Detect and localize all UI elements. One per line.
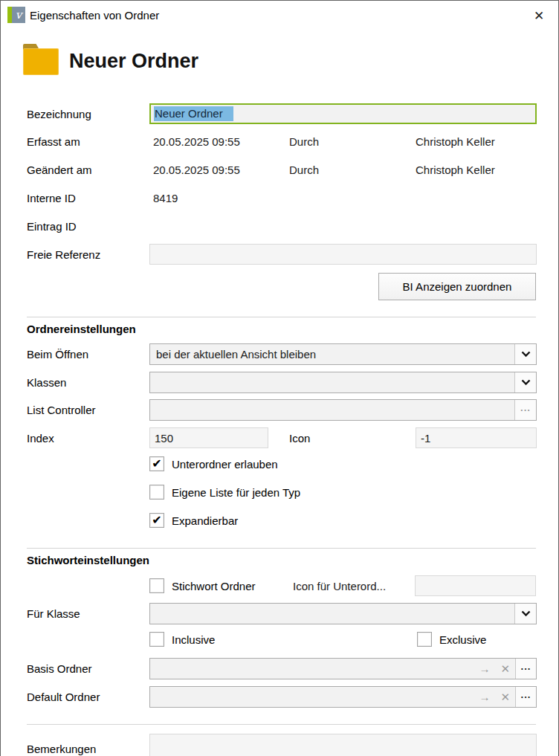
app-logo-icon: v bbox=[7, 7, 25, 23]
row-geaendert-am: Geändert am 20.05.2025 09:55 Durch Chris… bbox=[27, 161, 537, 178]
basis-ordner-input[interactable]: → ✕ ... bbox=[149, 658, 537, 679]
basis-ordner-label: Basis Ordner bbox=[27, 662, 149, 675]
icon-unterordner-label: Icon für Unterord... bbox=[293, 580, 415, 592]
divider bbox=[27, 548, 536, 549]
bezeichnung-value: Neuer Ordner bbox=[154, 106, 233, 121]
row-basis-ordner: Basis Ordner → ✕ ... bbox=[27, 658, 537, 679]
exclusive-checkbox[interactable] bbox=[417, 632, 432, 647]
chevron-down-icon[interactable] bbox=[514, 372, 536, 392]
row-list-controller: List Controller ... bbox=[27, 399, 537, 421]
default-ordner-input[interactable]: → ✕ ... bbox=[149, 686, 537, 708]
index-value: 150 bbox=[155, 432, 173, 445]
erfasst-am-value: 20.05.2025 09:55 bbox=[149, 135, 289, 148]
assign-arrow-icon[interactable]: → bbox=[474, 659, 495, 679]
row-eigene-liste: Eigene Liste für jeden Typ bbox=[27, 485, 537, 500]
row-interne-id: Interne ID 8419 bbox=[27, 190, 537, 206]
beim-oeffnen-label: Beim Öffnen bbox=[27, 348, 149, 361]
klassen-dropdown[interactable] bbox=[149, 372, 537, 393]
row-klassen: Klassen bbox=[27, 372, 537, 393]
close-icon[interactable]: ✕ bbox=[529, 6, 549, 25]
clear-icon[interactable]: ✕ bbox=[495, 659, 515, 679]
chevron-down-icon[interactable] bbox=[514, 344, 536, 364]
bi-anzeigen-zuordnen-button[interactable]: BI Anzeigen zuordnen bbox=[378, 273, 536, 300]
stichwort-ordner-checkbox[interactable] bbox=[149, 578, 164, 593]
expandierbar-label: Expandierbar bbox=[172, 514, 238, 527]
interne-id-label: Interne ID bbox=[27, 192, 149, 204]
row-bemerkungen: Bemerkungen bbox=[27, 734, 537, 756]
list-controller-input[interactable]: ... bbox=[149, 399, 537, 421]
freie-referenz-input[interactable] bbox=[149, 244, 537, 265]
geaendert-durch-label: Durch bbox=[289, 164, 416, 176]
section-ordnereinstellungen: Ordnereinstellungen bbox=[27, 323, 136, 335]
eigene-liste-checkbox[interactable] bbox=[149, 485, 164, 500]
klassen-value bbox=[150, 372, 514, 392]
page-title: Neuer Ordner bbox=[69, 50, 198, 73]
eintrag-id-label: Eintrag ID bbox=[27, 220, 149, 233]
row-index-icon: Index 150 Icon -1 bbox=[27, 427, 537, 448]
bezeichnung-input[interactable]: Neuer Ordner bbox=[149, 103, 537, 124]
folder-icon bbox=[23, 44, 59, 75]
default-ordner-label: Default Ordner bbox=[27, 691, 149, 703]
list-controller-label: List Controller bbox=[27, 404, 149, 416]
row-stichwort-ordner: Stichwort Ordner Icon für Unterord... bbox=[27, 575, 537, 596]
logo-v-glyph: v bbox=[12, 7, 25, 23]
inclusive-label: Inclusive bbox=[172, 633, 215, 646]
ellipsis-icon[interactable]: ... bbox=[514, 400, 536, 420]
index-input[interactable]: 150 bbox=[149, 427, 268, 448]
erfasst-durch-value: Christoph Keller bbox=[416, 135, 537, 148]
row-inclusive-exclusive: Inclusive Exclusive bbox=[27, 632, 537, 647]
icon-unterordner-input[interactable] bbox=[415, 575, 536, 596]
fuer-klasse-label: Für Klasse bbox=[27, 607, 149, 620]
titlebar: v Eigenschaften von Ordner ✕ bbox=[1, 1, 558, 29]
geaendert-am-label: Geändert am bbox=[27, 164, 149, 176]
row-fuer-klasse: Für Klasse bbox=[27, 603, 537, 624]
assign-arrow-icon[interactable]: → bbox=[474, 687, 495, 707]
icon-value: -1 bbox=[421, 432, 430, 445]
eigene-liste-label: Eigene Liste für jeden Typ bbox=[172, 486, 300, 499]
erfasst-durch-label: Durch bbox=[289, 135, 416, 148]
stichwort-ordner-label: Stichwort Ordner bbox=[172, 580, 256, 592]
dialog-eigenschaften-von-ordner: v Eigenschaften von Ordner ✕ Neuer Ordne… bbox=[0, 0, 559, 756]
unterordner-erlauben-checkbox[interactable]: ✔ bbox=[149, 456, 164, 471]
geaendert-durch-value: Christoph Keller bbox=[416, 164, 537, 176]
basis-ordner-value bbox=[150, 659, 474, 679]
index-label: Index bbox=[27, 432, 149, 445]
folder-body bbox=[23, 48, 59, 75]
beim-oeffnen-value: bei der aktuellen Ansicht bleiben bbox=[150, 344, 514, 364]
divider bbox=[27, 724, 536, 725]
clear-icon[interactable]: ✕ bbox=[495, 687, 515, 707]
expandierbar-checkbox[interactable]: ✔ bbox=[149, 513, 164, 528]
fuer-klasse-value bbox=[150, 604, 514, 624]
interne-id-value: 8419 bbox=[149, 192, 289, 204]
klassen-label: Klassen bbox=[27, 376, 149, 389]
chevron-down-icon[interactable] bbox=[514, 604, 536, 624]
bezeichnung-label: Bezeichnung bbox=[27, 108, 149, 120]
row-erfasst-am: Erfasst am 20.05.2025 09:55 Durch Christ… bbox=[27, 133, 537, 149]
divider bbox=[27, 317, 536, 317]
window-title: Eigenschaften von Ordner bbox=[30, 9, 159, 22]
icon-label: Icon bbox=[289, 432, 310, 445]
unterordner-erlauben-label: Unterordner erlauben bbox=[172, 458, 278, 471]
erfasst-am-label: Erfasst am bbox=[27, 135, 149, 148]
beim-oeffnen-dropdown[interactable]: bei der aktuellen Ansicht bleiben bbox=[149, 343, 537, 365]
fuer-klasse-dropdown[interactable] bbox=[149, 603, 537, 624]
row-bezeichnung: Bezeichnung Neuer Ordner bbox=[27, 103, 537, 124]
row-freie-referenz: Freie Referenz bbox=[27, 244, 537, 265]
section-stichworteinstellungen: Stichworteinstellungen bbox=[27, 554, 149, 566]
ellipsis-icon[interactable]: ... bbox=[515, 659, 536, 679]
list-controller-value bbox=[150, 400, 514, 420]
exclusive-label: Exclusive bbox=[439, 633, 486, 646]
icon-input[interactable]: -1 bbox=[416, 427, 537, 448]
row-beim-oeffnen: Beim Öffnen bei der aktuellen Ansicht bl… bbox=[27, 343, 537, 365]
default-ordner-value bbox=[150, 687, 474, 707]
row-eintrag-id: Eintrag ID bbox=[27, 218, 537, 234]
bemerkungen-label: Bemerkungen bbox=[27, 743, 149, 755]
row-default-ordner: Default Ordner → ✕ ... bbox=[27, 686, 537, 708]
freie-referenz-label: Freie Referenz bbox=[27, 248, 149, 261]
geaendert-am-value: 20.05.2025 09:55 bbox=[149, 164, 289, 176]
bemerkungen-input[interactable] bbox=[149, 734, 537, 756]
inclusive-checkbox[interactable] bbox=[149, 632, 164, 647]
row-unterordner-erlauben: ✔ Unterordner erlauben bbox=[27, 456, 537, 471]
ellipsis-icon[interactable]: ... bbox=[515, 687, 536, 707]
row-expandierbar: ✔ Expandierbar bbox=[27, 513, 537, 528]
